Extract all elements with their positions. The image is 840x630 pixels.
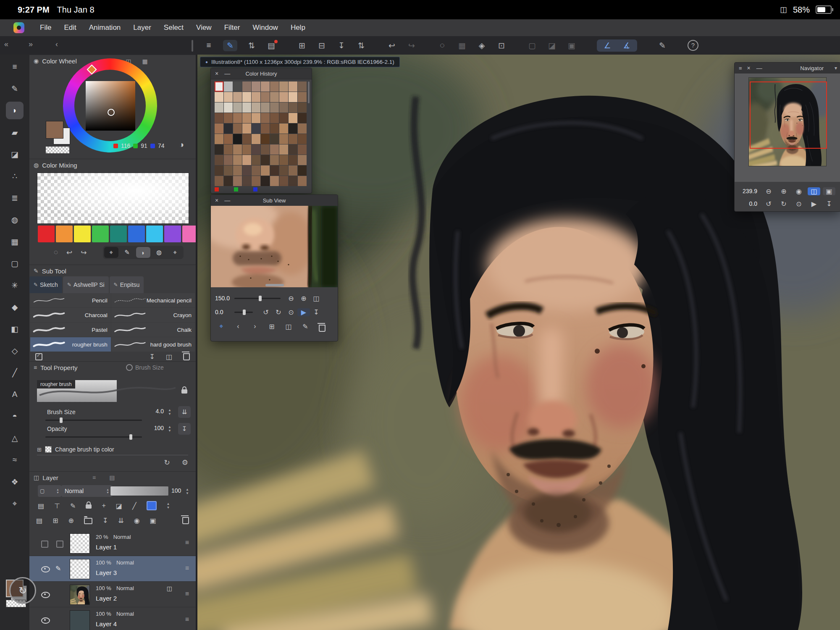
zoom-in-icon[interactable]: ⊕ xyxy=(777,187,790,195)
brush-size-slider[interactable] xyxy=(45,420,142,421)
layer-menu-icon[interactable]: ▤ xyxy=(36,517,42,525)
rotate-right-icon[interactable]: ↻ xyxy=(272,308,285,316)
color-swatch-1[interactable] xyxy=(56,226,73,242)
flip-horizontal-icon[interactable]: ▶ xyxy=(297,308,310,316)
visibility-eye-icon[interactable] xyxy=(41,617,50,625)
layer-thumbnail[interactable] xyxy=(70,559,90,579)
blend-mode-dropdown[interactable]: Normal▲▼ xyxy=(61,485,113,497)
navigator-thumbnail-area[interactable] xyxy=(735,74,840,182)
snap-ruler-icon[interactable]: ∠ xyxy=(602,41,613,50)
history-swatch[interactable] xyxy=(252,92,260,102)
expand-dock-icon[interactable]: » xyxy=(29,40,33,49)
new-folder-icon[interactable] xyxy=(84,515,92,526)
history-swatch[interactable] xyxy=(215,134,223,144)
history-swatch[interactable] xyxy=(261,134,270,144)
color-swatch-3[interactable] xyxy=(92,226,109,242)
history-swatch[interactable] xyxy=(252,134,260,144)
opacity-dynamics-button[interactable]: ↧ xyxy=(178,423,191,435)
delete-layer-icon[interactable] xyxy=(182,515,189,526)
history-swatch[interactable] xyxy=(233,155,242,165)
history-swatch[interactable] xyxy=(279,134,288,144)
history-swatch[interactable] xyxy=(270,81,279,92)
layer-opacity-bar[interactable] xyxy=(110,486,169,496)
history-swatch[interactable] xyxy=(233,165,242,176)
history-swatch[interactable] xyxy=(279,81,288,92)
history-swatch[interactable] xyxy=(298,134,307,144)
history-swatch[interactable] xyxy=(289,155,297,165)
sv-cursor[interactable] xyxy=(108,109,115,116)
subtool-drawer-icon[interactable]: ≡ xyxy=(6,58,24,76)
history-swatch[interactable] xyxy=(289,81,297,92)
history-swatch[interactable] xyxy=(279,123,288,134)
opacity-steppers[interactable]: ▲▼ xyxy=(168,425,171,433)
dock-back-icon[interactable]: ‹ xyxy=(55,40,58,49)
import-brush-icon[interactable]: ↧ xyxy=(149,353,155,361)
history-swatch[interactable] xyxy=(279,165,288,176)
select-area-icon[interactable]: ▢ xyxy=(527,41,538,50)
history-swatch[interactable] xyxy=(270,113,279,123)
layer-search-icon[interactable]: ▤ xyxy=(109,474,115,481)
history-swatch[interactable] xyxy=(252,144,260,155)
layer-row-layer-2[interactable]: 100 %NormalLayer 2◫≡ xyxy=(29,582,196,607)
navigator-header[interactable]: ≡ × — Navigator ▾ xyxy=(735,63,840,74)
actual-pixels-icon[interactable]: ▣ xyxy=(823,187,835,195)
history-swatch[interactable] xyxy=(298,92,307,102)
brush-hard-good-brush[interactable]: hard good brush xyxy=(111,337,195,352)
history-swatch[interactable] xyxy=(242,134,251,144)
clip-studio-logo[interactable] xyxy=(13,22,24,33)
history-swatch[interactable] xyxy=(215,144,223,155)
layer-thumbnail[interactable] xyxy=(70,610,90,630)
mix-pick-icon[interactable]: ⌖ xyxy=(104,247,118,258)
subtool-tab-sketch[interactable]: ✎Sketch xyxy=(29,276,62,293)
history-swatch[interactable] xyxy=(252,176,260,186)
delete-brush-icon[interactable] xyxy=(183,351,190,362)
primary-color-swatch[interactable] xyxy=(46,121,63,139)
history-swatch[interactable] xyxy=(252,113,260,123)
history-swatch[interactable] xyxy=(261,113,270,123)
layer-drag-handle[interactable]: ≡ xyxy=(185,539,189,546)
visibility-checkbox[interactable] xyxy=(56,541,63,548)
copy-image-icon[interactable]: ◫ xyxy=(282,323,295,333)
nav-menu-icon[interactable]: ≡ xyxy=(739,65,742,71)
history-swatch[interactable] xyxy=(289,123,297,134)
history-swatch[interactable] xyxy=(270,176,279,186)
history-swatch[interactable] xyxy=(233,102,242,113)
history-swatch[interactable] xyxy=(252,165,260,176)
tool-settings-icon[interactable]: ⚙ xyxy=(182,458,188,467)
mix-pen-icon[interactable]: ✎ xyxy=(120,247,134,258)
edit-image-icon[interactable]: ✎ xyxy=(299,323,312,333)
fit-screen-icon[interactable]: ◉ xyxy=(793,187,805,195)
history-swatch[interactable] xyxy=(224,176,233,186)
brush-rougher-brush[interactable]: rougher brush xyxy=(30,337,111,352)
text-tool-icon[interactable]: A xyxy=(6,386,24,403)
filter-spinner-icon[interactable]: ◌ xyxy=(437,41,448,50)
polyline-tool-icon[interactable]: △ xyxy=(6,429,24,447)
new-vector-layer-icon[interactable]: ⊕ xyxy=(68,517,74,525)
history-swatch[interactable] xyxy=(261,144,270,155)
history-swatch[interactable] xyxy=(233,92,242,102)
reference-image[interactable] xyxy=(211,206,338,287)
enable-mask-icon[interactable]: ◪ xyxy=(116,502,122,510)
reference-layer-icon[interactable]: ⊤ xyxy=(54,502,60,510)
color-mixing-area[interactable] xyxy=(37,173,189,224)
fit-height-icon[interactable]: ↧ xyxy=(823,200,835,208)
history-swatch[interactable] xyxy=(233,123,242,134)
mix-brush-icon[interactable]: ◗ xyxy=(136,247,150,258)
color-swatch-8[interactable] xyxy=(182,226,197,242)
recent-color-dot[interactable] xyxy=(253,187,257,192)
history-swatch[interactable] xyxy=(233,144,242,155)
history-swatch[interactable] xyxy=(289,102,297,113)
ruler-icon[interactable]: ╱ xyxy=(132,502,136,510)
history-swatch[interactable] xyxy=(270,144,279,155)
history-swatch[interactable] xyxy=(215,113,223,123)
history-swatch[interactable] xyxy=(298,165,307,176)
mix-blur-icon[interactable]: ◍ xyxy=(152,247,166,258)
brush-mechanical-pencil[interactable]: Mechanical pencil xyxy=(111,293,195,307)
save-file-icon[interactable]: ↧ xyxy=(336,41,347,50)
copy-brush-icon[interactable]: ◫ xyxy=(166,353,172,361)
menu-layer[interactable]: Layer xyxy=(127,19,158,36)
opacity-slider[interactable] xyxy=(45,436,142,438)
frame-tool-icon[interactable]: ▦ xyxy=(6,233,24,250)
history-swatch[interactable] xyxy=(298,102,307,113)
brush-chalk[interactable]: Chalk xyxy=(111,323,195,337)
